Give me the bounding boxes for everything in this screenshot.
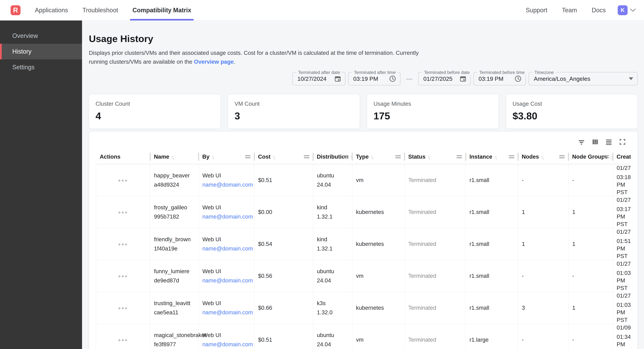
instance-cell: r1.small — [466, 260, 518, 292]
column-header[interactable]: Instance↑↓ — [466, 149, 518, 164]
row-actions-button[interactable]: ●●● — [118, 242, 128, 247]
sort-icon[interactable]: ↑↓ — [370, 154, 373, 160]
filter-icon[interactable] — [577, 138, 586, 146]
table-row[interactable]: ●●● frosty_galileo995b7182 Web UIname@do… — [96, 196, 631, 228]
calendar-icon[interactable] — [334, 75, 341, 82]
nav-tab[interactable]: Applications — [32, 0, 70, 20]
column-header[interactable]: Nodes↑↓ — [518, 149, 568, 164]
created-date: 01/27/2025 — [617, 260, 631, 268]
email-link[interactable]: name@domain.com — [202, 277, 254, 284]
terminated-before-time-field[interactable]: Terminated before time 03:19 PM — [474, 72, 526, 85]
columns-icon[interactable] — [591, 138, 599, 146]
sort-icon[interactable]: ↑↓ — [211, 154, 214, 160]
column-header[interactable]: Created At↓ — [613, 149, 631, 164]
sort-icon[interactable]: ↑↓ — [610, 154, 612, 160]
sort-icon[interactable]: ↑↓ — [171, 154, 173, 160]
created-date: 01/27/2025 — [617, 292, 631, 300]
field-value: 10/27/2024 — [298, 75, 332, 82]
nav-tab[interactable]: Troubleshoot — [80, 0, 120, 20]
cluster-id: a48d9324 — [154, 181, 198, 189]
column-menu-icon[interactable] — [559, 155, 565, 158]
row-actions-button[interactable]: ●●● — [118, 210, 128, 215]
row-actions-button[interactable]: ●●● — [118, 274, 128, 279]
table-row[interactable]: ●●● friendly_brown1f40a19e Web UIname@do… — [96, 228, 631, 260]
column-menu-icon[interactable] — [604, 155, 609, 158]
field-value: 03:19 PM — [478, 75, 512, 82]
terminated-after-date-field[interactable]: Terminated after date 10/27/2024 — [292, 72, 346, 85]
cost-cell: $0.54 — [254, 228, 313, 260]
table-row[interactable]: ●●● trusting_leavittcae5ea11 Web UIname@… — [96, 292, 631, 324]
column-header[interactable]: Cost↑↓ — [254, 149, 313, 164]
column-header[interactable]: Actions — [96, 149, 150, 164]
column-header[interactable]: Distribution↑↓ — [313, 149, 352, 164]
column-menu-icon[interactable] — [456, 155, 462, 158]
nav-link[interactable]: Support — [526, 7, 547, 14]
sidebar-item[interactable]: Settings — [0, 59, 82, 75]
type-cell: vm — [352, 164, 404, 196]
row-actions-button[interactable]: ●●● — [118, 306, 128, 311]
email-link[interactable]: name@domain.com — [202, 309, 254, 316]
column-header[interactable]: Status↑↓ — [404, 149, 466, 164]
column-header-label: Status — [408, 153, 426, 160]
column-header-label: Cost — [258, 153, 270, 160]
sort-icon[interactable]: ↑↓ — [272, 154, 275, 160]
nodes-cell: 1 — [518, 228, 568, 260]
by-source: Web UI — [202, 300, 254, 307]
email-link[interactable]: name@domain.com — [202, 213, 254, 220]
page-title: Usage History — [89, 33, 638, 45]
column-menu-icon[interactable] — [343, 155, 348, 158]
nodes-cell: 1 — [518, 196, 568, 228]
column-header[interactable]: Node Groups↑↓ — [568, 149, 613, 164]
nav-link[interactable]: Docs — [592, 7, 606, 14]
table-row[interactable]: ●●● magical_stonebrakerfe3f8977 Web UIna… — [96, 324, 631, 349]
table-row[interactable]: ●●● happy_beavera48d9324 Web UIname@doma… — [96, 164, 631, 196]
email-link[interactable]: name@domain.com — [202, 181, 254, 189]
user-avatar[interactable]: K — [618, 5, 628, 15]
row-actions-button[interactable]: ●●● — [118, 338, 128, 343]
app-logo[interactable]: R — [10, 5, 20, 15]
status-cell: Terminated — [404, 324, 466, 349]
column-menu-icon[interactable] — [245, 155, 250, 158]
overview-page-link[interactable]: Overview page — [194, 58, 234, 65]
created-date: 01/27/2025 — [617, 196, 631, 204]
terminated-after-time-field[interactable]: Terminated after time 03:19 PM — [348, 72, 400, 85]
distribution-cell: k3s1.32.0 — [313, 292, 352, 324]
sidebar: Overview History Settings — [0, 20, 82, 349]
email-link[interactable]: name@domain.com — [202, 341, 254, 348]
name-cell: magical_stonebrakerfe3f8977 — [150, 324, 198, 349]
row-actions-button[interactable]: ●●● — [118, 178, 128, 183]
dropdown-caret-icon — [629, 77, 633, 80]
created-at-cell: 01/27/202501:03 PM PST — [613, 260, 631, 292]
clock-icon[interactable] — [514, 75, 522, 82]
column-menu-icon[interactable] — [395, 155, 401, 158]
density-icon[interactable] — [605, 138, 613, 146]
nav-tab[interactable]: Compatibility Matrix — [130, 0, 194, 20]
column-header[interactable]: Type↑↓ — [352, 149, 404, 164]
clock-icon[interactable] — [389, 75, 396, 82]
calendar-icon[interactable] — [460, 75, 466, 82]
terminated-before-date-field[interactable]: Terminated before date 01/27/2025 — [418, 72, 471, 85]
sort-icon[interactable]: ↑↓ — [427, 154, 430, 160]
fullscreen-icon[interactable] — [618, 138, 626, 146]
column-menu-icon[interactable] — [304, 155, 309, 158]
cluster-id: de9ed87d — [154, 277, 198, 284]
column-menu-icon[interactable] — [509, 155, 514, 158]
instance-cell: r1.small — [466, 164, 518, 196]
by-source: Web UI — [202, 332, 254, 339]
sort-icon[interactable]: ↑↓ — [494, 154, 496, 160]
created-time: 01:34 PM PST — [617, 333, 631, 349]
column-header[interactable]: By↑↓ — [198, 149, 254, 164]
chevron-down-icon[interactable] — [630, 8, 636, 12]
table-row[interactable]: ●●● funny_lumierede9ed87d Web UIname@dom… — [96, 260, 631, 292]
nav-link[interactable]: Team — [562, 7, 577, 14]
by-source: Web UI — [202, 236, 254, 243]
timezone-select[interactable]: Timezone America/Los_Angeles — [529, 72, 638, 85]
sidebar-item[interactable]: History — [0, 44, 82, 59]
email-link[interactable]: name@domain.com — [202, 245, 254, 252]
nodes-cell: - — [518, 164, 568, 196]
instance-cell: r1.large — [466, 324, 518, 349]
sidebar-item[interactable]: Overview — [0, 28, 82, 44]
stat-label: Usage Cost — [512, 101, 631, 107]
sort-icon[interactable]: ↑↓ — [540, 154, 543, 160]
column-header[interactable]: Name↑↓ — [150, 149, 198, 164]
